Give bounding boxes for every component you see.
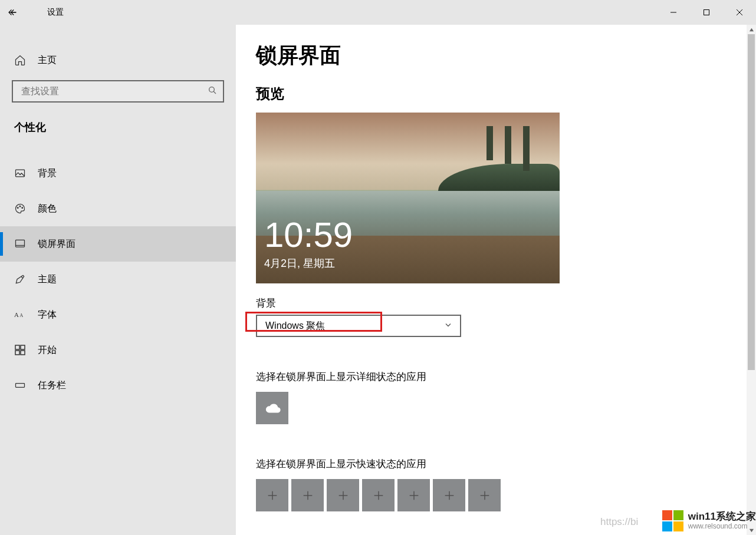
plus-icon bbox=[372, 489, 385, 502]
svg-rect-1 bbox=[704, 10, 709, 15]
back-button[interactable] bbox=[0, 0, 25, 25]
quick-status-row bbox=[256, 479, 727, 511]
svg-rect-14 bbox=[15, 345, 19, 349]
svg-text:A: A bbox=[19, 313, 23, 318]
quick-status-add-tile[interactable] bbox=[256, 479, 288, 511]
sidebar-item-fonts[interactable]: AA 字体 bbox=[0, 297, 236, 332]
sidebar-item-label: 字体 bbox=[38, 309, 57, 321]
svg-rect-18 bbox=[16, 384, 25, 388]
plus-icon bbox=[301, 489, 314, 502]
window-controls bbox=[657, 0, 756, 25]
sidebar-item-home[interactable]: 主页 bbox=[0, 42, 236, 78]
close-button[interactable] bbox=[723, 0, 756, 25]
preview-heading: 预览 bbox=[256, 84, 727, 103]
status-url: https://bi bbox=[600, 516, 638, 528]
home-icon bbox=[14, 54, 26, 66]
detail-status-app-tile[interactable] bbox=[256, 392, 288, 424]
theme-icon bbox=[14, 273, 26, 285]
search-container bbox=[12, 80, 224, 103]
sidebar-item-label: 主题 bbox=[38, 273, 57, 286]
maximize-icon bbox=[703, 9, 710, 16]
detail-status-app-label: 选择在锁屏界面上显示详细状态的应用 bbox=[256, 370, 727, 384]
titlebar: 设置 bbox=[0, 0, 756, 25]
quick-status-add-tile[interactable] bbox=[327, 479, 359, 511]
sidebar-item-label: 背景 bbox=[38, 167, 57, 180]
window-title: 设置 bbox=[47, 7, 64, 18]
sidebar-item-themes[interactable]: 主题 bbox=[0, 262, 236, 297]
preview-tree bbox=[505, 126, 511, 164]
svg-point-7 bbox=[17, 207, 18, 209]
quick-status-app-label: 选择在锁屏界面上显示快速状态的应用 bbox=[256, 457, 727, 471]
sidebar-item-label: 锁屏界面 bbox=[38, 238, 75, 250]
svg-rect-10 bbox=[16, 240, 25, 247]
sidebar-item-label: 颜色 bbox=[38, 203, 57, 215]
svg-point-4 bbox=[209, 87, 215, 93]
svg-rect-15 bbox=[21, 345, 25, 349]
quick-status-add-tile[interactable] bbox=[433, 479, 465, 511]
search-input[interactable] bbox=[12, 80, 224, 103]
watermark: win11系统之家 www.relsound.com bbox=[662, 510, 756, 531]
close-icon bbox=[736, 9, 743, 16]
svg-line-5 bbox=[213, 91, 216, 94]
plus-icon bbox=[443, 489, 456, 502]
font-icon: AA bbox=[14, 309, 26, 321]
taskbar-icon bbox=[14, 379, 26, 391]
sidebar-item-taskbar[interactable]: 任务栏 bbox=[0, 368, 236, 403]
lockscreen-icon bbox=[14, 238, 26, 250]
content-area: 锁屏界面 预览 10:59 4月2日, 星期五 背景 Windows 聚焦 bbox=[236, 25, 747, 535]
watermark-title: win11系统之家 bbox=[688, 511, 756, 523]
weather-icon bbox=[264, 399, 281, 417]
page-title: 锁屏界面 bbox=[256, 41, 727, 70]
maximize-button[interactable] bbox=[690, 0, 723, 25]
home-label: 主页 bbox=[38, 54, 57, 67]
sidebar-item-start[interactable]: 开始 bbox=[0, 332, 236, 368]
svg-rect-6 bbox=[16, 170, 25, 177]
sidebar-section-title: 个性化 bbox=[0, 113, 236, 145]
lockscreen-preview[interactable]: 10:59 4月2日, 星期五 bbox=[256, 113, 560, 283]
watermark-sub: www.relsound.com bbox=[688, 523, 756, 530]
quick-status-add-tile[interactable] bbox=[362, 479, 395, 511]
plus-icon bbox=[478, 489, 491, 502]
watermark-logo-icon bbox=[662, 510, 683, 531]
sidebar-item-label: 开始 bbox=[38, 344, 57, 356]
quick-status-add-tile[interactable] bbox=[291, 479, 324, 511]
quick-status-add-tile[interactable] bbox=[468, 479, 501, 511]
scroll-up-icon[interactable] bbox=[747, 25, 756, 34]
background-select-value: Windows 聚焦 bbox=[265, 320, 325, 332]
plus-icon bbox=[407, 489, 420, 502]
chevron-down-icon bbox=[445, 322, 452, 331]
quick-status-add-tile[interactable] bbox=[397, 479, 430, 511]
sidebar-item-label: 任务栏 bbox=[38, 379, 66, 392]
picture-icon bbox=[14, 167, 26, 179]
sidebar-item-colors[interactable]: 颜色 bbox=[0, 191, 236, 226]
content-wrap: 锁屏界面 预览 10:59 4月2日, 星期五 背景 Windows 聚焦 bbox=[236, 25, 756, 535]
search-icon bbox=[208, 85, 217, 97]
preview-date: 4月2日, 星期五 bbox=[264, 256, 335, 270]
sidebar-item-background[interactable]: 背景 bbox=[0, 156, 236, 191]
background-label: 背景 bbox=[256, 296, 727, 310]
preview-tree bbox=[487, 126, 492, 160]
palette-icon bbox=[14, 203, 26, 214]
svg-text:A: A bbox=[14, 311, 19, 318]
minimize-button[interactable] bbox=[657, 0, 690, 25]
start-icon bbox=[14, 344, 26, 356]
background-select[interactable]: Windows 聚焦 bbox=[256, 315, 461, 337]
sidebar-item-lockscreen[interactable]: 锁屏界面 bbox=[0, 226, 236, 262]
scrollbar[interactable] bbox=[747, 25, 756, 535]
svg-rect-16 bbox=[15, 351, 19, 355]
svg-point-8 bbox=[19, 206, 21, 207]
arrow-left-icon bbox=[7, 7, 18, 18]
svg-point-9 bbox=[22, 207, 23, 209]
plus-icon bbox=[337, 489, 350, 502]
svg-rect-17 bbox=[21, 351, 25, 355]
plus-icon bbox=[266, 489, 279, 502]
preview-time: 10:59 bbox=[264, 217, 353, 253]
sidebar: 主页 个性化 背景 颜色 bbox=[0, 25, 236, 535]
preview-tree bbox=[523, 126, 529, 170]
scroll-thumb[interactable] bbox=[748, 34, 755, 370]
sidebar-navlist: 背景 颜色 锁屏界面 主题 bbox=[0, 145, 236, 403]
minimize-icon bbox=[670, 9, 677, 16]
